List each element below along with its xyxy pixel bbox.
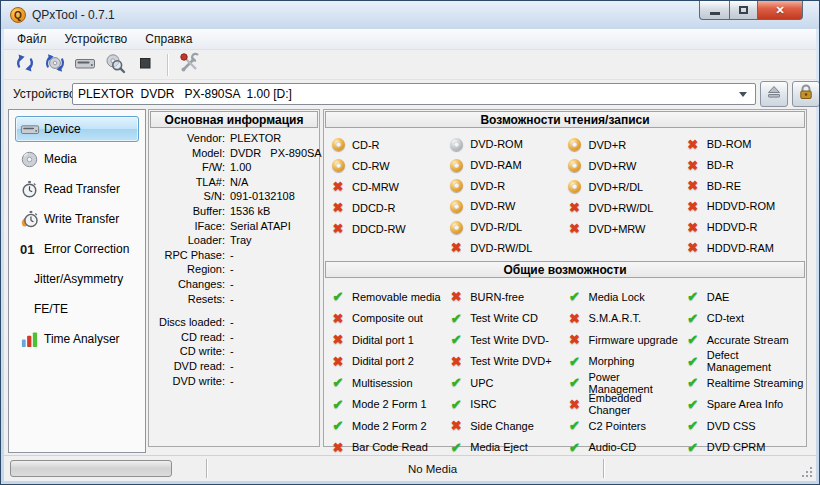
menu-item-устройство[interactable]: Устройство <box>56 29 137 49</box>
capability-item-dvd-r: DVD+R <box>568 134 686 155</box>
sidebar-item-jitter-asymmetry[interactable]: Jitter/Asymmetry <box>15 266 139 292</box>
capability-item-test-write-dvd: ✔Test Write DVD- <box>449 329 567 351</box>
cross-icon: ✖ <box>331 333 345 347</box>
resize-grip[interactable] <box>801 466 814 479</box>
media-status: No Media <box>408 463 457 475</box>
sidebar-item-time-analyser[interactable]: Time Analyser <box>15 326 139 352</box>
capability-item-dvd-rw-dl: ✖DVD-RW/DL <box>449 237 567 258</box>
capability-item-dvd-rw: DVD-RW <box>449 196 567 217</box>
info-row-value: 1.00 <box>230 161 319 176</box>
capability-label: Audio-CD <box>589 441 637 453</box>
cross-icon: ✖ <box>686 158 700 172</box>
disc-write-icon <box>332 138 345 151</box>
eject-button[interactable] <box>760 81 788 107</box>
capability-item-test-write-cd: ✔Test Write CD <box>449 308 567 330</box>
menu-item-файл[interactable]: Файл <box>8 29 56 49</box>
capability-column: ✔Media Lock✖S.M.A.R.T.✖Firmware upgrade✔… <box>568 286 686 458</box>
capability-item-bd-r: ✖BD-R <box>686 155 804 176</box>
info-row-label: Model: <box>149 147 225 162</box>
capability-column: ✔DAE✔CD-text✔Accurate Stream✔Defect Mana… <box>686 286 804 458</box>
capability-item-firmware-upgrade: ✖Firmware upgrade <box>568 329 686 351</box>
close-button[interactable]: ✕ <box>757 1 803 20</box>
sidebar-item-label: Write Transfer <box>44 212 119 226</box>
device-combobox[interactable]: PLEXTOR DVDR PX-890SA 1.00 [D:] <box>72 83 756 105</box>
cross-icon: ✖ <box>331 222 345 236</box>
info-row-value: - <box>230 278 319 293</box>
check-icon: ✔ <box>449 333 463 347</box>
disc-write-icon <box>450 159 463 172</box>
capability-item-dvd-r: DVD-R <box>449 175 567 196</box>
cross-icon: ✖ <box>568 201 582 215</box>
check-icon: ✔ <box>686 333 700 347</box>
cross-icon: ✖ <box>568 333 582 347</box>
info-row-value: Tray <box>230 234 319 249</box>
disc-write-icon <box>331 138 345 152</box>
capability-item-hddvd-ram: ✖HDDVD-RAM <box>686 237 804 258</box>
lock-button[interactable] <box>792 81 820 107</box>
sidebar-item-fe-te[interactable]: FE/TE <box>15 296 139 322</box>
info-row-value: DVDR PX-890SA <box>230 147 322 162</box>
capability-item-dvd-css: ✔DVD CSS <box>686 415 804 437</box>
info-row-label: CD read: <box>149 331 225 346</box>
sidebar-item-write-transfer[interactable]: Write Transfer <box>15 206 139 232</box>
capability-label: C2 Pointers <box>589 420 646 432</box>
preferences-button[interactable] <box>175 51 205 78</box>
refresh-button[interactable] <box>10 51 40 78</box>
capability-item-power-management: ✔Power Management <box>568 372 686 394</box>
sidebar-item-label: Time Analyser <box>44 332 120 346</box>
window-title: QPxTool - 0.7.1 <box>32 8 115 22</box>
capability-item-dvd-rw: DVD+RW <box>568 155 686 176</box>
capability-label: Side Change <box>470 420 534 432</box>
info-row: TLA#:N/A <box>149 176 319 191</box>
info-row-label: Loader: <box>149 234 225 249</box>
check-icon: ✔ <box>449 376 463 390</box>
info-row: Vendor:PLEXTOR <box>149 132 319 147</box>
capability-label: UPC <box>470 377 493 389</box>
drive-stats-rows: Discs loaded:-CD read:-CD write:-DVD rea… <box>149 307 319 389</box>
capability-label: DVD+R <box>589 139 627 151</box>
digits-icon: 01 <box>20 239 44 259</box>
device-info-button[interactable] <box>70 51 100 78</box>
info-row-label: Resets: <box>149 293 225 308</box>
sidebar-item-device[interactable]: Device <box>15 116 139 142</box>
sidebar-item-error-correction[interactable]: 01Error Correction <box>15 236 139 262</box>
capability-column: DVD+RDVD+RWDVD+R/DL✖DVD+RW/DL✖DVD+MRW <box>568 134 686 258</box>
cross-icon: ✖ <box>449 241 463 255</box>
info-row: DVD write:- <box>149 375 319 390</box>
capability-column: ✖BURN-free✔Test Write CD✔Test Write DVD-… <box>449 286 567 458</box>
no-icon <box>20 299 34 319</box>
capability-column: ✖BD-ROM✖BD-R✖BD-RE✖HDDVD-ROM✖HDDVD-R✖HDD… <box>686 134 804 258</box>
menu-item-справка[interactable]: Справка <box>136 29 201 49</box>
minimize-button[interactable] <box>699 1 729 20</box>
disc-write-icon <box>450 221 463 234</box>
capability-label: Morphing <box>589 355 635 367</box>
check-icon: ✔ <box>331 397 345 411</box>
scan-media-button[interactable] <box>100 51 130 78</box>
stop-button[interactable] <box>130 51 160 78</box>
titlebar[interactable]: Q QPxTool - 0.7.1 ✕ <box>1 1 819 29</box>
check-icon: ✔ <box>686 376 700 390</box>
capability-item-realtime-streaming: ✔Realtime Streaming <box>686 372 804 394</box>
capability-label: S.M.A.R.T. <box>589 312 642 324</box>
rw-capabilities-grid: CD-RCD-RW✖CD-MRW✖DDCD-R✖DDCD-RWDVD-ROMDV… <box>324 129 806 260</box>
capability-item-dvd-r-dl: DVD+R/DL <box>568 176 686 197</box>
info-row-label: F/W: <box>149 161 225 176</box>
capability-label: DVD+R/DL <box>589 181 644 193</box>
capability-label: DVD+MRW <box>589 223 646 235</box>
sidebar-item-media[interactable]: Media <box>15 146 139 172</box>
app-window: Q QPxTool - 0.7.1 ✕ ФайлУстройствоСправк… <box>0 0 820 485</box>
sidebar-item-label: Jitter/Asymmetry <box>34 272 123 286</box>
info-row-label: Region: <box>149 263 225 278</box>
sidebar-item-read-transfer[interactable]: Read Transfer <box>15 176 139 202</box>
capability-label: DVD+RW <box>589 160 637 172</box>
rescan-media-button[interactable] <box>40 51 70 78</box>
cross-icon: ✖ <box>686 179 700 193</box>
capability-label: Accurate Stream <box>707 334 789 346</box>
device-bar: Устройство: PLEXTOR DVDR PX-890SA 1.00 [… <box>4 80 816 108</box>
capability-item-s-m-a-r-t: ✖S.M.A.R.T. <box>568 308 686 330</box>
disc-write-icon <box>332 159 345 172</box>
cross-icon: ✖ <box>686 220 700 234</box>
maximize-button[interactable] <box>729 1 757 20</box>
device-label: Устройство: <box>13 87 79 101</box>
capability-item-cd-r: CD-R <box>331 134 449 155</box>
